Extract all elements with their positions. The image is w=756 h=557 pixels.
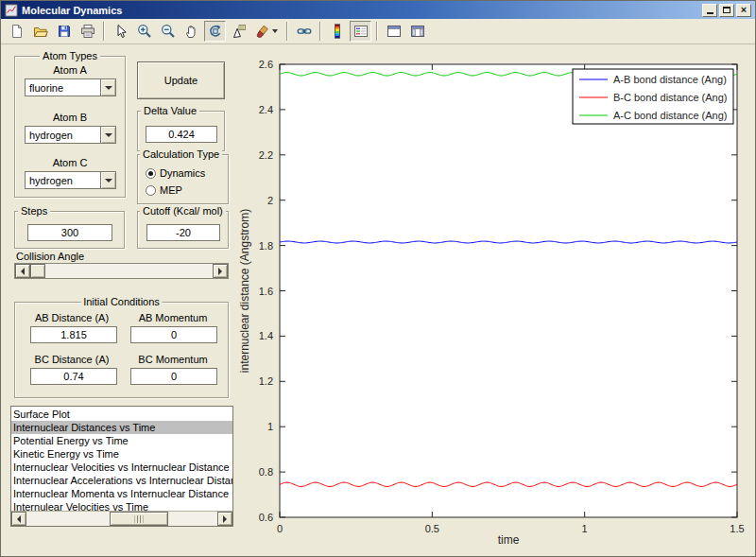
pan-button[interactable] <box>180 21 202 42</box>
brush-button[interactable] <box>251 21 282 42</box>
zoom-out-button[interactable] <box>157 21 179 42</box>
radio-dynamics[interactable]: Dynamics <box>146 166 205 180</box>
hide-plot-tools-button[interactable] <box>383 21 404 42</box>
plot-area[interactable] <box>280 64 737 517</box>
scrollbar-thumb[interactable] <box>110 512 168 526</box>
bc-momentum-input[interactable] <box>130 368 217 385</box>
calculation-type-title: Calculation Type <box>140 148 222 160</box>
edit-plot-button[interactable] <box>110 21 131 42</box>
list-item[interactable]: Internuclear Accelerations vs Internucle… <box>11 474 232 487</box>
title-bar[interactable]: Molecular Dynamics × <box>1 1 755 19</box>
print-figure-icon <box>80 24 95 39</box>
dropdown-arrow-icon[interactable] <box>100 79 115 96</box>
calculation-type-panel: Calculation Type Dynamics MEP <box>137 154 229 204</box>
atom-b-label: Atom B <box>15 112 125 123</box>
edit-plot-icon <box>113 24 129 39</box>
ab-momentum-label: AB Momentum <box>126 312 220 323</box>
toolbar-separator <box>376 22 378 41</box>
slider-thumb[interactable] <box>30 264 45 278</box>
save-figure-icon <box>57 24 72 39</box>
dropdown-arrow-icon[interactable] <box>100 127 115 143</box>
list-item[interactable]: Surface Plot <box>11 408 232 421</box>
x-axis-label: time <box>498 533 520 547</box>
collision-angle-slider[interactable] <box>14 263 229 279</box>
slider-track[interactable] <box>30 264 213 278</box>
data-cursor-button[interactable] <box>228 21 249 42</box>
cutoff-input[interactable] <box>146 224 220 241</box>
radio-icon <box>146 185 156 196</box>
scrollbar-track[interactable] <box>26 512 217 526</box>
list-item[interactable]: Internulear Velocities vs Time <box>11 500 232 511</box>
zoom-in-button[interactable] <box>133 21 155 42</box>
listbox-items: Surface PlotInternuclear Distances vs Ti… <box>11 407 232 511</box>
link-plot-icon <box>297 24 312 39</box>
radio-mep[interactable]: MEP <box>146 183 182 197</box>
save-figure-button[interactable] <box>53 21 75 42</box>
y-tick-label: 2.4 <box>259 104 273 115</box>
slider-right-arrow[interactable] <box>213 264 228 278</box>
y-tick-label: 1 <box>267 421 273 432</box>
bc-distance-input[interactable] <box>30 368 117 385</box>
toolbar-separator <box>103 22 105 41</box>
list-item[interactable]: Kinetic Energy vs Time <box>11 447 232 461</box>
atom-b-dropdown[interactable]: hydrogen <box>25 126 116 144</box>
steps-title: Steps <box>18 205 50 217</box>
delta-value-title: Delta Value <box>141 105 199 116</box>
y-tick-label: 1.8 <box>259 240 273 252</box>
figure-content: Atom Types Atom A fluorine Atom B hydrog… <box>1 44 755 556</box>
ab-momentum-input[interactable] <box>130 326 217 343</box>
delta-value-panel: Delta Value <box>137 111 225 151</box>
atom-a-label: Atom A <box>15 64 125 76</box>
minimize-button[interactable] <box>702 4 717 17</box>
insert-colorbar-button[interactable] <box>326 21 348 42</box>
plot-type-listbox[interactable]: Surface PlotInternuclear Distances vs Ti… <box>10 406 233 527</box>
list-item[interactable]: Potential Energy vs Time <box>11 434 232 447</box>
figure-toolbar <box>1 19 755 44</box>
axes-canvas[interactable]: 0.60.811.21.41.61.822.22.42.600.511.5tim… <box>237 44 755 556</box>
close-button[interactable]: × <box>736 4 751 17</box>
list-item[interactable]: Internuclear Distances vs Time <box>11 421 232 434</box>
scroll-left-button[interactable] <box>11 512 26 526</box>
list-item[interactable]: Internuclear Velocities vs Internuclear … <box>11 461 232 474</box>
arrow-left-icon <box>21 268 25 275</box>
update-button[interactable]: Update <box>137 61 225 99</box>
plot-container[interactable]: 0.60.811.21.41.61.822.22.42.600.511.5tim… <box>237 44 755 556</box>
y-tick-label: 2 <box>267 195 273 206</box>
arrow-left-icon <box>17 515 21 523</box>
x-tick-label: 1.5 <box>730 523 744 534</box>
brush-icon <box>255 24 270 39</box>
atom-a-dropdown[interactable]: fluorine <box>25 78 116 96</box>
dropdown-arrow-icon[interactable] <box>100 172 115 188</box>
slider-left-arrow[interactable] <box>15 264 30 278</box>
x-tick-label: 0.5 <box>425 523 439 534</box>
atom-c-label: Atom C <box>15 157 125 168</box>
hide-plot-tools-icon <box>387 24 402 39</box>
scroll-right-button[interactable] <box>217 512 232 526</box>
open-file-icon <box>33 24 48 39</box>
show-plot-tools-button[interactable] <box>406 21 428 42</box>
collision-angle-label: Collision Angle <box>16 251 84 262</box>
dropdown-caret-icon[interactable] <box>272 29 278 33</box>
new-figure-button[interactable] <box>6 21 27 42</box>
link-plot-button[interactable] <box>293 21 315 42</box>
legend-entry-label: A-B bond distance (Ang) <box>613 74 727 85</box>
listbox-hscrollbar[interactable] <box>11 511 232 526</box>
open-file-button[interactable] <box>29 21 51 42</box>
insert-legend-button[interactable] <box>350 21 371 42</box>
delta-value-input[interactable] <box>146 126 217 143</box>
window-controls: × <box>702 4 751 17</box>
arrow-right-icon <box>218 268 222 275</box>
y-tick-label: 1.6 <box>259 286 273 297</box>
rotate-3d-button[interactable] <box>204 21 226 42</box>
window-title: Molecular Dynamics <box>22 5 122 16</box>
toolbar-separator <box>319 22 321 41</box>
ab-distance-input[interactable] <box>30 326 117 343</box>
bc-momentum-label: BC Momentum <box>126 354 220 365</box>
legend-entry-label: B-C bond distance (Ang) <box>613 92 727 103</box>
maximize-button[interactable] <box>719 4 734 17</box>
atom-c-dropdown[interactable]: hydrogen <box>25 171 116 189</box>
list-item[interactable]: Internuclear Momenta vs Internuclear Dis… <box>11 487 232 500</box>
print-figure-button[interactable] <box>77 21 98 42</box>
show-plot-tools-icon <box>410 24 425 39</box>
steps-input[interactable] <box>27 224 112 241</box>
